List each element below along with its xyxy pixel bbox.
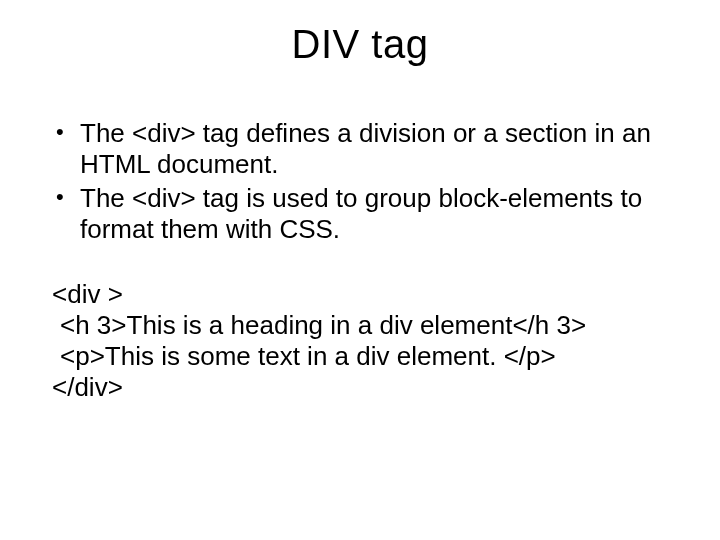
- bullet-list: The <div> tag defines a division or a se…: [52, 118, 672, 245]
- code-line: <p>This is some text in a div element. <…: [52, 341, 672, 372]
- slide: DIV tag The <div> tag defines a division…: [0, 0, 720, 540]
- code-line: <h 3>This is a heading in a div element<…: [52, 310, 672, 341]
- slide-title: DIV tag: [0, 22, 720, 67]
- bullet-item: The <div> tag is used to group block-ele…: [52, 183, 672, 244]
- code-line: </div>: [52, 372, 672, 403]
- bullet-item: The <div> tag defines a division or a se…: [52, 118, 672, 179]
- code-example: <div > <h 3>This is a heading in a div e…: [52, 279, 672, 404]
- slide-body: The <div> tag defines a division or a se…: [52, 118, 672, 403]
- code-line: <div >: [52, 279, 672, 310]
